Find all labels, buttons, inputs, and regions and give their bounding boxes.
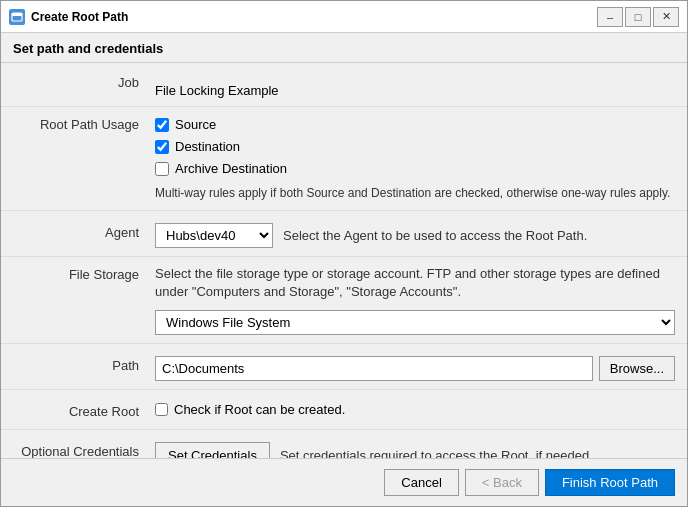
job-label: Job xyxy=(1,63,151,100)
create-root-row: Create Root Check if Root can be created… xyxy=(1,390,687,430)
file-storage-field: Select the file storage type or storage … xyxy=(151,257,687,343)
credentials-hint: Set credentials required to access the R… xyxy=(280,448,593,458)
source-checkbox[interactable] xyxy=(155,118,169,132)
finish-root-path-button[interactable]: Finish Root Path xyxy=(545,469,675,496)
agent-field: Hubs\dev40 Select the Agent to be used t… xyxy=(151,211,687,256)
path-field: Browse... xyxy=(151,344,687,389)
window-title: Create Root Path xyxy=(31,10,597,24)
window-icon xyxy=(9,9,25,25)
window: Create Root Path – □ ✕ Set path and cred… xyxy=(0,0,688,507)
agent-input-row: Hubs\dev40 Select the Agent to be used t… xyxy=(155,219,675,248)
archive-destination-checkbox-row: Archive Destination xyxy=(155,159,675,178)
set-credentials-button[interactable]: Set Credentials xyxy=(155,442,270,458)
maximize-button[interactable]: □ xyxy=(625,7,651,27)
agent-row: Agent Hubs\dev40 Select the Agent to be … xyxy=(1,211,687,257)
source-label: Source xyxy=(175,117,216,132)
footer: Cancel < Back Finish Root Path xyxy=(1,458,687,506)
create-root-hint: Check if Root can be created. xyxy=(174,402,345,417)
file-storage-label: File Storage xyxy=(1,257,151,292)
credentials-input-row: Set Credentials Set credentials required… xyxy=(155,438,675,458)
path-row: Path Browse... xyxy=(1,344,687,390)
root-path-usage-label: Root Path Usage xyxy=(1,107,151,142)
root-path-usage-field: Source Destination Archive Destination M… xyxy=(151,107,687,210)
root-path-usage-row: Root Path Usage Source Destination Archi… xyxy=(1,107,687,211)
browse-button[interactable]: Browse... xyxy=(599,356,675,381)
agent-label: Agent xyxy=(1,211,151,250)
path-label: Path xyxy=(1,344,151,383)
create-root-checkbox[interactable] xyxy=(155,403,168,416)
cancel-button[interactable]: Cancel xyxy=(384,469,458,496)
agent-hint: Select the Agent to be used to access th… xyxy=(283,228,587,243)
close-button[interactable]: ✕ xyxy=(653,7,679,27)
section-header: Set path and credentials xyxy=(1,33,687,63)
create-root-input-row: Check if Root can be created. xyxy=(155,398,675,417)
minimize-button[interactable]: – xyxy=(597,7,623,27)
archive-destination-checkbox[interactable] xyxy=(155,162,169,176)
credentials-field: Set Credentials Set credentials required… xyxy=(151,430,687,458)
file-storage-row: File Storage Select the file storage typ… xyxy=(1,257,687,344)
archive-destination-label: Archive Destination xyxy=(175,161,287,176)
title-bar: Create Root Path – □ ✕ xyxy=(1,1,687,33)
path-input[interactable] xyxy=(155,356,593,381)
source-checkbox-row: Source xyxy=(155,115,675,134)
destination-checkbox[interactable] xyxy=(155,140,169,154)
job-field: File Locking Example xyxy=(151,63,687,106)
job-value: File Locking Example xyxy=(155,71,675,98)
job-row: Job File Locking Example xyxy=(1,63,687,107)
create-root-label: Create Root xyxy=(1,390,151,429)
destination-label: Destination xyxy=(175,139,240,154)
window-controls: – □ ✕ xyxy=(597,7,679,27)
root-path-usage-hint: Multi-way rules apply if both Source and… xyxy=(155,185,675,202)
create-root-field: Check if Root can be created. xyxy=(151,390,687,425)
agent-select[interactable]: Hubs\dev40 xyxy=(155,223,273,248)
path-input-row: Browse... xyxy=(155,352,675,381)
credentials-row: Optional Credentials Set Credentials Set… xyxy=(1,430,687,458)
destination-checkbox-row: Destination xyxy=(155,137,675,156)
file-storage-select[interactable]: Windows File System xyxy=(155,310,675,335)
file-storage-hint: Select the file storage type or storage … xyxy=(155,265,675,301)
credentials-label: Optional Credentials xyxy=(1,430,151,458)
back-button[interactable]: < Back xyxy=(465,469,539,496)
form-content: Job File Locking Example Root Path Usage… xyxy=(1,63,687,458)
svg-rect-1 xyxy=(12,13,22,16)
